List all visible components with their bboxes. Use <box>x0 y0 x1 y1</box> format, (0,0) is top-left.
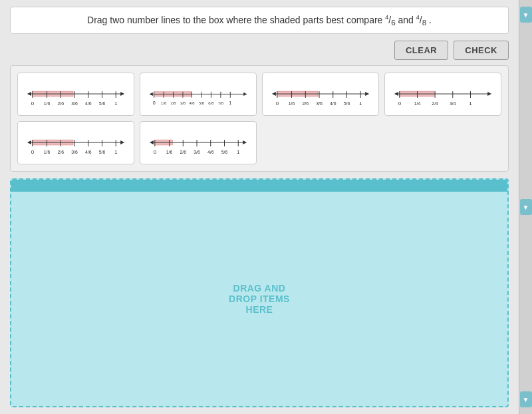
toolbar: CLEAR CHECK <box>10 41 509 60</box>
instruction-text-after: . <box>429 15 432 25</box>
svg-marker-2 <box>27 93 31 97</box>
nl1-container: 0 1/6 2/6 3/6 4/6 5/6 1 <box>23 80 128 110</box>
svg-text:1/6: 1/6 <box>289 101 295 106</box>
nl3-container: 0 1/6 2/6 3/6 4/6 5/6 1 <box>268 80 373 110</box>
svg-text:0: 0 <box>31 149 35 155</box>
frac1-den: 6 <box>391 18 395 27</box>
nl1-svg: 0 1/6 2/6 3/6 4/6 5/6 1 <box>23 83 128 110</box>
instruction-text-between: and <box>398 15 416 25</box>
svg-text:1/6: 1/6 <box>166 150 173 154</box>
svg-text:1: 1 <box>469 101 471 106</box>
svg-marker-93 <box>243 141 247 145</box>
svg-text:7/8: 7/8 <box>218 101 223 105</box>
svg-marker-75 <box>120 141 124 145</box>
svg-text:4/6: 4/6 <box>85 150 92 154</box>
svg-text:2/8: 2/8 <box>170 101 176 105</box>
svg-marker-61 <box>487 93 491 97</box>
svg-text:5/6: 5/6 <box>344 101 350 106</box>
check-button[interactable]: CHECK <box>454 41 509 60</box>
number-line-card-6[interactable]: 0 1/6 2/6 3/6 4/6 5/6 1 <box>140 121 257 164</box>
svg-text:1/8: 1/8 <box>161 101 166 105</box>
svg-text:4/6: 4/6 <box>85 101 92 106</box>
svg-text:3/8: 3/8 <box>180 101 186 105</box>
svg-text:1: 1 <box>229 100 231 106</box>
frac2-den: 8 <box>422 18 426 27</box>
nl6-container: 0 1/6 2/6 3/6 4/6 5/6 1 <box>146 128 251 158</box>
drop-zone[interactable]: DRAG AND DROP ITEMS HERE <box>10 178 509 407</box>
sidebar-top-group: ▼ <box>520 7 532 23</box>
svg-text:1/6: 1/6 <box>44 101 51 106</box>
svg-text:0: 0 <box>154 149 157 155</box>
nl5-svg: 0 1/6 2/6 3/6 4/6 5/6 1 <box>23 132 128 158</box>
svg-text:0: 0 <box>31 101 35 106</box>
drop-zone-line1: DRAG AND <box>229 283 290 294</box>
sidebar-mid-button[interactable]: ▼ <box>520 199 532 215</box>
svg-text:5/8: 5/8 <box>199 101 204 105</box>
right-sidebar: ▼ ▼ ▼ <box>519 0 532 414</box>
svg-text:0: 0 <box>398 101 402 106</box>
number-line-card-2[interactable]: 0 1/8 2/8 3/8 4/8 5/8 6/8 7/8 1 <box>140 73 257 116</box>
drop-zone-line3: HERE <box>229 304 290 315</box>
svg-text:3/6: 3/6 <box>71 101 78 106</box>
svg-text:4/8: 4/8 <box>189 101 194 105</box>
nl4-container: 0 1/4 2/4 3/4 1 <box>390 80 495 110</box>
svg-text:2/4: 2/4 <box>432 101 438 106</box>
svg-text:2/6: 2/6 <box>57 101 64 106</box>
nl2-container: 0 1/8 2/8 3/8 4/8 5/8 6/8 7/8 1 <box>146 80 251 110</box>
svg-text:2/6: 2/6 <box>302 101 309 106</box>
svg-text:1/6: 1/6 <box>44 150 51 154</box>
svg-marker-21 <box>243 93 247 96</box>
frac1-num: 4 <box>385 14 388 21</box>
sidebar-top-button[interactable]: ▼ <box>520 7 532 23</box>
main-content: Drag two number lines to the box where t… <box>0 0 519 414</box>
sidebar-mid-group: ▼ <box>520 199 532 215</box>
clear-button[interactable]: CLEAR <box>394 41 448 60</box>
instruction-bar: Drag two number lines to the box where t… <box>10 7 509 34</box>
svg-text:4/6: 4/6 <box>330 101 336 106</box>
svg-marker-3 <box>120 93 124 97</box>
svg-marker-43 <box>365 93 369 97</box>
number-line-card-4[interactable]: 0 1/4 2/4 3/4 1 <box>384 73 501 116</box>
sidebar-bot-group: ▼ <box>520 391 532 407</box>
svg-text:1: 1 <box>114 101 117 106</box>
frac2-num: 4 <box>416 14 420 21</box>
drop-zone-header <box>11 180 507 192</box>
number-line-card-3[interactable]: 0 1/6 2/6 3/6 4/6 5/6 1 <box>262 73 379 116</box>
nl4-svg: 0 1/4 2/4 3/4 1 <box>390 83 495 110</box>
drop-zone-body: DRAG AND DROP ITEMS HERE <box>11 192 507 406</box>
svg-text:4/6: 4/6 <box>207 150 214 154</box>
svg-text:1/4: 1/4 <box>414 101 421 106</box>
svg-text:3/6: 3/6 <box>194 150 200 154</box>
svg-text:3/6: 3/6 <box>316 101 323 106</box>
svg-text:5/6: 5/6 <box>99 150 106 154</box>
svg-marker-42 <box>272 93 276 97</box>
svg-text:1: 1 <box>359 101 362 106</box>
svg-text:2/6: 2/6 <box>57 150 64 154</box>
svg-text:2/6: 2/6 <box>180 150 186 154</box>
svg-text:5/6: 5/6 <box>221 150 228 154</box>
drop-zone-text: DRAG AND DROP ITEMS HERE <box>229 283 290 315</box>
svg-text:1: 1 <box>237 149 239 155</box>
nl5-container: 0 1/6 2/6 3/6 4/6 5/6 1 <box>23 128 128 158</box>
svg-marker-60 <box>394 93 398 97</box>
drop-zone-line2: DROP ITEMS <box>229 294 290 304</box>
instruction-text-before: Drag two number lines to the box where t… <box>87 15 385 25</box>
svg-marker-20 <box>149 93 152 96</box>
svg-text:5/6: 5/6 <box>99 101 106 106</box>
svg-text:1: 1 <box>114 149 117 155</box>
svg-text:0: 0 <box>276 101 279 106</box>
svg-text:3/6: 3/6 <box>71 150 78 154</box>
number-line-card-5[interactable]: 0 1/6 2/6 3/6 4/6 5/6 1 <box>17 121 134 164</box>
svg-text:3/4: 3/4 <box>450 101 456 106</box>
sidebar-bot-button[interactable]: ▼ <box>520 391 532 407</box>
nl3-svg: 0 1/6 2/6 3/6 4/6 5/6 1 <box>268 83 373 110</box>
nl2-svg: 0 1/8 2/8 3/8 4/8 5/8 6/8 7/8 1 <box>146 83 251 110</box>
svg-text:0: 0 <box>153 100 156 106</box>
number-line-card-1[interactable]: 0 1/6 2/6 3/6 4/6 5/6 1 <box>17 73 134 116</box>
svg-marker-92 <box>150 141 154 145</box>
nl6-svg: 0 1/6 2/6 3/6 4/6 5/6 1 <box>146 132 251 158</box>
svg-text:6/8: 6/8 <box>208 101 213 105</box>
svg-marker-74 <box>27 141 31 145</box>
number-lines-grid: 0 1/6 2/6 3/6 4/6 5/6 1 <box>10 65 509 172</box>
